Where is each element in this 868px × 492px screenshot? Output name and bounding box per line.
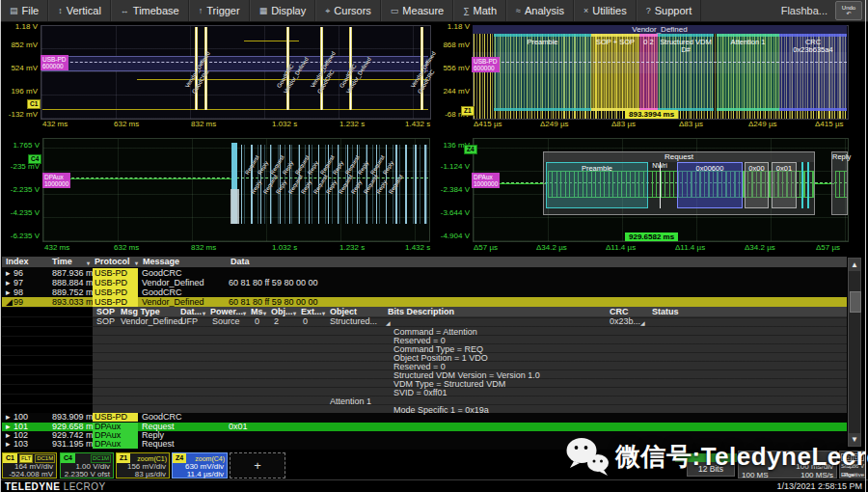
expand-icon[interactable]: ▸ [6,278,11,287]
wechat-icon [565,436,611,478]
axis-label: 432 ms [44,243,69,252]
table-row[interactable]: ▸ 100 893.909 ms USB-PD GoodCRC [2,413,847,422]
menu-measure[interactable]: ▭Measure [381,0,453,21]
dropdown-icon[interactable]: ◢ [386,318,391,328]
brand-logo: TELEDYNE LECROY [5,481,106,492]
expand-icon[interactable]: ▸ [6,287,11,297]
file-icon: ▤ [10,6,18,15]
scroll-up-icon: ▲ [851,260,858,269]
table-row[interactable]: ▸ 102 929.742 ms DPAux Reply [2,431,847,440]
protocol-cell: USB-PD [93,297,138,307]
axis-label: 196 mV [2,87,38,96]
col-protocol[interactable]: Protocol [95,257,130,267]
decode-seg-nwri[interactable]: NWri [648,162,671,169]
decode-stop-bar [807,162,809,208]
usbpd-decode-badge[interactable]: USB-PD600000 [41,55,68,70]
col-index[interactable]: Index [6,257,29,267]
protocol-cell: USB-PD [93,278,138,287]
c1-channel-marker[interactable]: C1 [27,99,41,109]
menu-support[interactable]: ?Support [637,0,702,21]
menu-display[interactable]: ▦Display [250,0,316,21]
menu-timebase[interactable]: ↔Timebase [111,0,189,21]
axis-label: 868 mV [434,41,470,49]
table-row[interactable]: ▸ 98 889.752 ms USB-PD GoodCRC [2,287,847,297]
detail-header-row: SOP Msg Type Dat... ▾ Power... ▾ Ms ▾ Ob… [93,307,847,316]
axis-label: 1.18 V [2,22,38,31]
axis-label: Δ34.2 µs [536,243,567,252]
menu-bar: ▤File ↕Vertical ↔Timebase ↑Trigger ▦Disp… [0,0,868,22]
oscilloscope-screen: ▤File ↕Vertical ↔Timebase ↑Trigger ▦Disp… [0,0,868,492]
z1-descriptor[interactable]: Z1 zoom(C1) 156 mV/div 83 µs/div [116,452,170,478]
scroll-thumb[interactable] [850,291,861,313]
c4-channel-marker[interactable]: C4 [28,154,41,164]
z4-descriptor-selected[interactable]: Z4 zoom(C4) 630 mV/div 11.4 µs/div [172,452,228,478]
menu-math[interactable]: ∑Math [453,0,506,21]
detail-value-row: SOP Vendor_Defined UFP Source 0 2 0 Stru… [2,316,847,326]
flashback-label[interactable]: Flashba... [781,5,827,16]
axis-label: 632 ms [114,120,139,128]
axis-label: 1.432 s [405,243,430,252]
time-cursor-badge[interactable]: 893.3994 ms [625,110,678,119]
decode-seg-byte1[interactable]: 0x01 [772,162,797,208]
table-scrollbar[interactable]: ▲ ▼ [848,258,861,447]
axis-label: Δ415 µs [474,120,502,128]
menu-trigger[interactable]: ↑Trigger [189,0,250,21]
c1-trace-baseline [42,109,428,110]
c1-descriptor[interactable]: C1 FLT DC1M 164 mV/div -524.008 mV [2,452,57,478]
cursors-icon: ⌖ [325,6,330,16]
math-icon: ∑ [463,6,469,15]
bits-line: SVID = 0xff01 [393,389,448,397]
axis-label: Δ57 µs [816,243,840,252]
decode-seg-address[interactable]: 0x00600 [677,162,743,208]
decode-seg-byte0[interactable]: 0x00 [745,162,769,208]
axis-label: 832 ms [191,243,216,252]
dropdown-icon[interactable]: ◢ [640,318,645,328]
undo-button[interactable]: Undo ↶ [835,1,862,20]
grid-c1-plot[interactable] [41,25,431,120]
axis-label: -3.644 V [434,208,470,217]
axis-label: 632 ms [114,243,139,252]
table-row[interactable]: ▸ 97 888.884 ms USB-PD Vendor_Defined 60… [2,278,847,287]
decode-reply-frame[interactable]: Reply [831,151,848,215]
c4-descriptor[interactable]: C4 DC1M 1.00 V/div 2.2350 V ofst [60,452,114,478]
table-row-selected[interactable]: ◢ 99 893.033 ms USB-PD Vendor_Defined 60… [2,297,847,307]
expand-icon[interactable]: ▸ [6,440,11,449]
col-data[interactable]: Data [231,257,250,267]
expand-icon[interactable]: ▸ [6,413,11,422]
menu-analysis[interactable]: ≈Analysis [506,0,574,21]
burst-start-block [231,189,239,224]
time-cursor-badge[interactable]: 929.6582 ms [625,232,678,241]
col-time[interactable]: Time [52,257,72,267]
axis-label: 1.18 V [434,22,470,31]
add-trace-button[interactable]: + [230,452,285,478]
axis-label: Δ415 µs [815,120,844,128]
z4-channel-marker[interactable]: Z4 [464,145,477,154]
utilities-icon: × [583,6,588,15]
decode-table: Index Time ▾ Protocol ▾ Message Data ▸ 9… [2,257,847,450]
axis-label: 556 mV [434,64,470,72]
table-row[interactable]: ▸ 96 887.936 ms USB-PD GoodCRC [2,268,847,278]
menu-cursors[interactable]: ⌖Cursors [315,0,381,21]
decode-seg-preamble[interactable]: Preamble [546,162,648,208]
axis-label: 1.032 s [272,120,297,128]
expand-icon[interactable]: ▸ [6,268,11,278]
table-row-highlighted[interactable]: ▸ 101 929.658 ms DPAux Request 0x01 [2,423,847,431]
axis-label: Δ83 µs [611,120,636,128]
axis-label: -4.235 V [4,208,40,217]
collapse-icon[interactable]: ◢ [6,297,13,307]
menu-utilities[interactable]: ×Utilities [574,0,637,21]
axis-label: Δ57 µs [474,243,498,252]
axis-label: -2.384 V [434,185,470,194]
decode-stop-bar [801,162,803,208]
dpaux-decode-badge[interactable]: DPAux1000000 [472,173,500,188]
usbpd-decode-badge[interactable]: USB-PD600000 [472,57,500,72]
z1-channel-marker[interactable]: Z1 [461,106,475,116]
col-message[interactable]: Message [143,257,179,267]
menu-vertical[interactable]: ↕Vertical [48,0,111,21]
display-icon: ▦ [259,6,268,15]
axis-label: 244 mV [434,87,470,96]
support-icon: ? [646,6,651,15]
scroll-up-button[interactable]: ▲ [849,259,860,271]
dpaux-decode-badge[interactable]: DPAux1000000 [42,173,70,188]
menu-file[interactable]: ▤File [0,0,48,21]
